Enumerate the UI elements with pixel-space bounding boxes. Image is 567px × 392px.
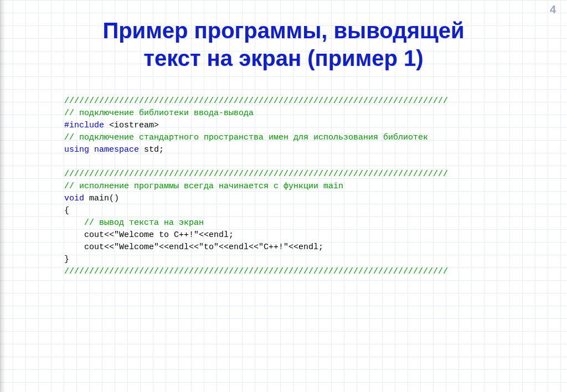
title-line-1: Пример программы, выводящей (102, 18, 464, 43)
code-comment: // исполнение программы всегда начинаетс… (64, 182, 343, 191)
brace-close: } (64, 255, 69, 264)
code-cout: cout<<"Welcome"<<endl<<"to"<<endl<<"C++!… (64, 243, 323, 252)
void-keyword: void (64, 194, 84, 203)
blank-line (64, 157, 69, 167)
code-comment: // подключение стандартного пространства… (64, 133, 428, 142)
slide-title: Пример программы, выводящей текст на экр… (0, 0, 567, 78)
code-block: ////////////////////////////////////////… (64, 83, 534, 278)
code-line: using namespace std; (64, 145, 164, 154)
code-line: void main() (64, 194, 119, 203)
code-line: #include <iostream> (64, 121, 159, 130)
title-line-2: текст на экран (пример 1) (143, 46, 423, 70)
brace-open: { (64, 206, 69, 215)
code-separator: ////////////////////////////////////////… (64, 96, 448, 106)
code-separator: ////////////////////////////////////////… (64, 169, 448, 179)
main-signature: main() (84, 194, 119, 203)
code-separator: ////////////////////////////////////////… (64, 267, 448, 276)
using-keyword: using namespace (64, 145, 139, 154)
left-shadow (0, 0, 6, 392)
code-comment: // подключение библиотеки ввода-вывода (64, 109, 254, 118)
using-rest: std; (139, 145, 164, 154)
code-comment: // вывод текста на экран (64, 218, 204, 228)
code-cout: cout<<"Welcome to C++!"<<endl; (64, 230, 234, 240)
include-keyword: #include (64, 121, 104, 130)
include-target: <iostream> (104, 121, 159, 130)
